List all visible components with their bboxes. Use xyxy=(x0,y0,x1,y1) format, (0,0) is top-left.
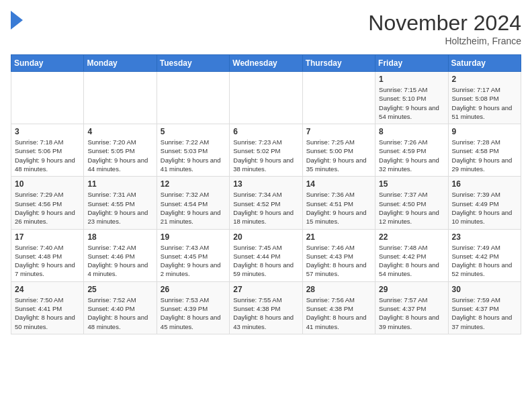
calendar-cell: 14Sunrise: 7:36 AM Sunset: 4:51 PM Dayli… xyxy=(302,177,375,229)
day-number: 27 xyxy=(233,285,298,294)
day-number: 3 xyxy=(15,127,80,136)
day-info: Sunrise: 7:36 AM Sunset: 4:51 PM Dayligh… xyxy=(306,190,371,226)
day-number: 1 xyxy=(379,75,444,84)
day-header-sunday: Sunday xyxy=(11,55,84,72)
day-number: 28 xyxy=(306,285,371,294)
calendar-cell: 24Sunrise: 7:50 AM Sunset: 4:41 PM Dayli… xyxy=(11,281,84,334)
logo: General Blue xyxy=(11,11,23,30)
calendar-week-row: 10Sunrise: 7:29 AM Sunset: 4:56 PM Dayli… xyxy=(11,177,521,229)
day-info: Sunrise: 7:23 AM Sunset: 5:02 PM Dayligh… xyxy=(233,138,298,173)
day-number: 5 xyxy=(161,127,226,136)
day-info: Sunrise: 7:52 AM Sunset: 4:40 PM Dayligh… xyxy=(87,295,152,331)
day-info: Sunrise: 7:42 AM Sunset: 4:46 PM Dayligh… xyxy=(87,243,152,279)
day-info: Sunrise: 7:32 AM Sunset: 4:54 PM Dayligh… xyxy=(161,190,226,226)
day-info: Sunrise: 7:17 AM Sunset: 5:08 PM Dayligh… xyxy=(452,85,517,121)
day-header-thursday: Thursday xyxy=(302,55,375,72)
calendar-cell: 20Sunrise: 7:45 AM Sunset: 4:44 PM Dayli… xyxy=(230,229,302,281)
calendar-cell: 9Sunrise: 7:28 AM Sunset: 4:58 PM Daylig… xyxy=(448,124,521,177)
calendar-cell: 26Sunrise: 7:53 AM Sunset: 4:39 PM Dayli… xyxy=(157,281,229,334)
logo-container: General Blue xyxy=(11,11,23,30)
logo-triangle-icon xyxy=(11,11,23,30)
calendar-cell: 25Sunrise: 7:52 AM Sunset: 4:40 PM Dayli… xyxy=(84,281,157,334)
calendar-table: SundayMondayTuesdayWednesdayThursdayFrid… xyxy=(11,54,521,334)
calendar-cell: 23Sunrise: 7:49 AM Sunset: 4:42 PM Dayli… xyxy=(448,229,521,281)
day-number: 4 xyxy=(87,127,152,136)
day-header-tuesday: Tuesday xyxy=(157,55,229,72)
calendar-cell xyxy=(230,72,302,124)
day-info: Sunrise: 7:48 AM Sunset: 4:42 PM Dayligh… xyxy=(379,243,444,279)
calendar-cell: 3Sunrise: 7:18 AM Sunset: 5:06 PM Daylig… xyxy=(11,124,84,177)
calendar-cell: 5Sunrise: 7:22 AM Sunset: 5:03 PM Daylig… xyxy=(157,124,229,177)
day-header-monday: Monday xyxy=(84,55,157,72)
calendar-cell xyxy=(84,72,157,124)
day-header-saturday: Saturday xyxy=(448,55,521,72)
page-header: General Blue November 2024 Holtzheim, Fr… xyxy=(11,11,521,46)
day-info: Sunrise: 7:53 AM Sunset: 4:39 PM Dayligh… xyxy=(161,295,226,331)
day-number: 2 xyxy=(452,75,517,84)
calendar-cell: 7Sunrise: 7:25 AM Sunset: 5:00 PM Daylig… xyxy=(302,124,375,177)
day-header-wednesday: Wednesday xyxy=(230,55,302,72)
calendar-cell: 12Sunrise: 7:32 AM Sunset: 4:54 PM Dayli… xyxy=(157,177,229,229)
calendar-cell: 21Sunrise: 7:46 AM Sunset: 4:43 PM Dayli… xyxy=(302,229,375,281)
day-number: 13 xyxy=(233,179,298,189)
day-number: 14 xyxy=(306,179,371,189)
day-number: 19 xyxy=(161,232,226,242)
calendar-week-row: 24Sunrise: 7:50 AM Sunset: 4:41 PM Dayli… xyxy=(11,281,521,334)
day-number: 10 xyxy=(15,179,80,189)
calendar-week-row: 3Sunrise: 7:18 AM Sunset: 5:06 PM Daylig… xyxy=(11,124,521,177)
calendar-cell: 17Sunrise: 7:40 AM Sunset: 4:48 PM Dayli… xyxy=(11,229,84,281)
calendar-cell: 1Sunrise: 7:15 AM Sunset: 5:10 PM Daylig… xyxy=(375,72,448,124)
calendar-cell: 28Sunrise: 7:56 AM Sunset: 4:38 PM Dayli… xyxy=(302,281,375,334)
day-info: Sunrise: 7:20 AM Sunset: 5:05 PM Dayligh… xyxy=(87,138,152,173)
calendar-cell: 30Sunrise: 7:59 AM Sunset: 4:37 PM Dayli… xyxy=(448,281,521,334)
day-number: 7 xyxy=(306,127,371,136)
day-info: Sunrise: 7:40 AM Sunset: 4:48 PM Dayligh… xyxy=(15,243,80,279)
day-info: Sunrise: 7:57 AM Sunset: 4:37 PM Dayligh… xyxy=(379,295,444,331)
day-info: Sunrise: 7:22 AM Sunset: 5:03 PM Dayligh… xyxy=(161,138,226,173)
calendar-cell: 27Sunrise: 7:55 AM Sunset: 4:38 PM Dayli… xyxy=(230,281,302,334)
calendar-cell: 10Sunrise: 7:29 AM Sunset: 4:56 PM Dayli… xyxy=(11,177,84,229)
calendar-cell: 22Sunrise: 7:48 AM Sunset: 4:42 PM Dayli… xyxy=(375,229,448,281)
calendar-cell: 29Sunrise: 7:57 AM Sunset: 4:37 PM Dayli… xyxy=(375,281,448,334)
calendar-cell: 13Sunrise: 7:34 AM Sunset: 4:52 PM Dayli… xyxy=(230,177,302,229)
calendar-cell: 2Sunrise: 7:17 AM Sunset: 5:08 PM Daylig… xyxy=(448,72,521,124)
day-info: Sunrise: 7:49 AM Sunset: 4:42 PM Dayligh… xyxy=(452,243,517,279)
day-number: 24 xyxy=(15,285,80,294)
day-number: 17 xyxy=(15,232,80,242)
day-info: Sunrise: 7:31 AM Sunset: 4:55 PM Dayligh… xyxy=(87,190,152,226)
day-number: 29 xyxy=(379,285,444,294)
day-info: Sunrise: 7:59 AM Sunset: 4:37 PM Dayligh… xyxy=(452,295,517,331)
day-number: 18 xyxy=(87,232,152,242)
day-info: Sunrise: 7:29 AM Sunset: 4:56 PM Dayligh… xyxy=(15,190,80,226)
day-number: 8 xyxy=(379,127,444,136)
title-block: November 2024 Holtzheim, France xyxy=(368,11,521,46)
day-info: Sunrise: 7:45 AM Sunset: 4:44 PM Dayligh… xyxy=(233,243,298,279)
calendar-cell: 6Sunrise: 7:23 AM Sunset: 5:02 PM Daylig… xyxy=(230,124,302,177)
day-number: 30 xyxy=(452,285,517,294)
calendar-cell: 8Sunrise: 7:26 AM Sunset: 4:59 PM Daylig… xyxy=(375,124,448,177)
svg-marker-0 xyxy=(11,11,23,30)
day-info: Sunrise: 7:25 AM Sunset: 5:00 PM Dayligh… xyxy=(306,138,371,173)
day-info: Sunrise: 7:37 AM Sunset: 4:50 PM Dayligh… xyxy=(379,190,444,226)
day-info: Sunrise: 7:26 AM Sunset: 4:59 PM Dayligh… xyxy=(379,138,444,173)
day-info: Sunrise: 7:56 AM Sunset: 4:38 PM Dayligh… xyxy=(306,295,371,331)
day-number: 16 xyxy=(452,179,517,189)
day-info: Sunrise: 7:18 AM Sunset: 5:06 PM Dayligh… xyxy=(15,138,80,173)
day-number: 12 xyxy=(161,179,226,189)
day-info: Sunrise: 7:34 AM Sunset: 4:52 PM Dayligh… xyxy=(233,190,298,226)
calendar-cell xyxy=(11,72,84,124)
day-number: 25 xyxy=(87,285,152,294)
month-title: November 2024 xyxy=(368,11,521,36)
day-number: 9 xyxy=(452,127,517,136)
calendar-header-row: SundayMondayTuesdayWednesdayThursdayFrid… xyxy=(11,55,521,72)
day-info: Sunrise: 7:50 AM Sunset: 4:41 PM Dayligh… xyxy=(15,295,80,331)
calendar-cell xyxy=(302,72,375,124)
location-label: Holtzheim, France xyxy=(368,36,521,46)
calendar-cell: 16Sunrise: 7:39 AM Sunset: 4:49 PM Dayli… xyxy=(448,177,521,229)
calendar-cell: 11Sunrise: 7:31 AM Sunset: 4:55 PM Dayli… xyxy=(84,177,157,229)
calendar-cell: 19Sunrise: 7:43 AM Sunset: 4:45 PM Dayli… xyxy=(157,229,229,281)
day-info: Sunrise: 7:15 AM Sunset: 5:10 PM Dayligh… xyxy=(379,85,444,121)
day-number: 15 xyxy=(379,179,444,189)
day-info: Sunrise: 7:46 AM Sunset: 4:43 PM Dayligh… xyxy=(306,243,371,279)
day-number: 20 xyxy=(233,232,298,242)
